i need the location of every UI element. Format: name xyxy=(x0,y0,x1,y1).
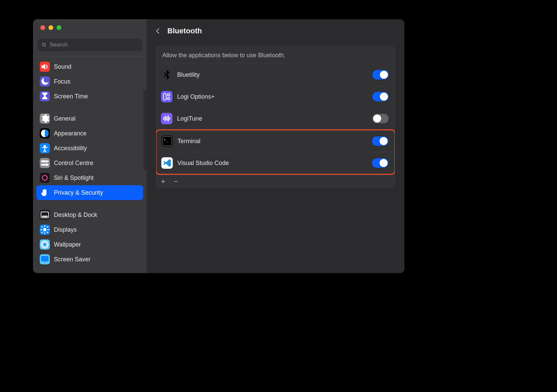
toggle-vscode[interactable] xyxy=(372,158,388,168)
sidebar-item-focus[interactable]: Focus xyxy=(36,74,143,89)
svg-point-27 xyxy=(41,241,44,244)
apps-panel: Allow the applications below to use Blue… xyxy=(156,46,395,188)
svg-point-29 xyxy=(41,246,44,248)
app-name-label: Terminal xyxy=(177,138,367,145)
svg-point-7 xyxy=(42,160,45,163)
main-panel: Bluetooth Allow the applications below t… xyxy=(146,19,404,273)
sidebar-group-gap xyxy=(36,200,143,207)
sidebar-item-sound[interactable]: Sound xyxy=(36,59,143,74)
sidebar: SoundFocusScreen TimeGeneralAppearanceAc… xyxy=(33,19,146,273)
titlebar: Bluetooth xyxy=(146,19,404,43)
app-name-label: Bluetility xyxy=(177,71,368,78)
svg-point-22 xyxy=(43,243,46,246)
screensaver-icon xyxy=(40,254,50,264)
svg-line-18 xyxy=(42,227,43,228)
appearance-icon xyxy=(40,128,50,138)
accessibility-icon xyxy=(40,143,50,153)
app-row-vscode: Visual Studio Code xyxy=(157,152,394,174)
svg-line-21 xyxy=(47,227,48,228)
hand-icon xyxy=(40,188,50,198)
app-row-terminal: >_Terminal xyxy=(157,130,394,152)
sidebar-item-label: Sound xyxy=(54,63,71,70)
app-row-bluetility: Bluetility xyxy=(156,64,395,86)
sliders-icon xyxy=(40,158,50,168)
remove-app-button[interactable]: − xyxy=(174,178,178,185)
app-name-label: LogiTune xyxy=(177,115,368,122)
svg-rect-31 xyxy=(41,256,49,261)
sidebar-item-label: Focus xyxy=(54,78,70,85)
search-icon xyxy=(41,42,47,47)
sidebar-item-label: Privacy & Security xyxy=(54,189,103,196)
toggle-bluetility[interactable] xyxy=(372,70,389,79)
sidebar-item-label: Desktop & Dock xyxy=(54,211,97,219)
svg-rect-32 xyxy=(43,262,46,263)
sidebar-item-accessibility[interactable]: Accessibility xyxy=(36,141,143,156)
panel-footer: + − xyxy=(156,175,395,188)
sidebar-item-appearance[interactable]: Appearance xyxy=(36,126,143,141)
hourglass-icon xyxy=(40,91,50,101)
svg-line-20 xyxy=(42,232,43,233)
sidebar-item-displays[interactable]: Displays xyxy=(36,222,143,237)
sidebar-item-label: Screen Saver xyxy=(54,256,91,263)
svg-point-4 xyxy=(44,145,45,147)
app-row-logitune: LogiTune xyxy=(156,108,395,129)
toggle-logi-options[interactable] xyxy=(372,92,389,101)
terminal-icon: >_ xyxy=(161,135,173,147)
sidebar-item-desktop-dock[interactable]: Desktop & Dock xyxy=(36,207,143,222)
sidebar-item-label: Displays xyxy=(54,226,77,233)
search-input[interactable] xyxy=(50,41,138,48)
sidebar-item-privacy[interactable]: Privacy & Security xyxy=(36,185,143,200)
gear-icon xyxy=(40,113,50,124)
dock-icon xyxy=(40,210,50,220)
sidebar-item-label: Screen Time xyxy=(54,93,88,100)
sidebar-group-gap xyxy=(36,104,143,111)
sidebar-item-label: Control Centre xyxy=(54,160,93,167)
app-name-label: Visual Studio Code xyxy=(177,160,367,167)
minimize-window-button[interactable] xyxy=(48,25,53,30)
siri-icon xyxy=(40,173,50,183)
moon-icon xyxy=(40,76,50,87)
svg-rect-12 xyxy=(42,216,48,217)
toggle-logitune[interactable] xyxy=(372,114,389,123)
settings-window: SoundFocusScreen TimeGeneralAppearanceAc… xyxy=(33,19,404,273)
sidebar-item-general[interactable]: General xyxy=(36,111,143,126)
sidebar-item-wallpaper[interactable]: Wallpaper xyxy=(36,237,143,252)
svg-line-19 xyxy=(47,232,48,233)
flower-icon xyxy=(40,239,50,250)
app-row-logi-options: Logi Options+ xyxy=(156,86,395,107)
sidebar-item-label: Wallpaper xyxy=(54,241,81,248)
page-title: Bluetooth xyxy=(167,27,202,35)
footer-separator xyxy=(169,178,170,185)
window-controls xyxy=(33,19,146,36)
logi-options-icon xyxy=(161,91,172,102)
svg-point-28 xyxy=(46,241,48,244)
app-name-label: Logi Options+ xyxy=(177,93,368,100)
sidebar-item-screen-time[interactable]: Screen Time xyxy=(36,89,143,104)
bluetooth-icon xyxy=(161,69,172,80)
svg-point-30 xyxy=(46,246,48,248)
svg-text:>_: >_ xyxy=(164,138,168,142)
sidebar-scrollbar[interactable] xyxy=(143,90,146,171)
sun-icon xyxy=(40,225,50,235)
search-field[interactable] xyxy=(38,39,142,51)
sidebar-list: SoundFocusScreen TimeGeneralAppearanceAc… xyxy=(33,57,146,273)
toggle-terminal[interactable] xyxy=(372,136,388,146)
sidebar-item-siri[interactable]: Siri & Spotlight xyxy=(36,170,143,185)
sidebar-item-label: Accessibility xyxy=(54,145,87,152)
svg-point-0 xyxy=(42,43,45,46)
add-app-button[interactable]: + xyxy=(161,178,165,185)
svg-line-1 xyxy=(45,45,46,46)
sidebar-item-screensaver[interactable]: Screen Saver xyxy=(36,252,143,267)
svg-point-8 xyxy=(45,163,48,166)
panel-header: Allow the applications below to use Blue… xyxy=(156,46,395,64)
close-window-button[interactable] xyxy=(40,25,45,30)
back-button[interactable] xyxy=(154,27,162,35)
svg-point-13 xyxy=(43,228,46,231)
speaker-icon xyxy=(40,62,50,72)
waveform-icon xyxy=(161,113,172,124)
vscode-icon xyxy=(161,157,173,169)
sidebar-item-control-centre[interactable]: Control Centre xyxy=(36,156,143,170)
sidebar-item-label: Siri & Spotlight xyxy=(54,174,94,182)
sidebar-item-label: General xyxy=(54,115,75,122)
zoom-window-button[interactable] xyxy=(57,25,61,30)
